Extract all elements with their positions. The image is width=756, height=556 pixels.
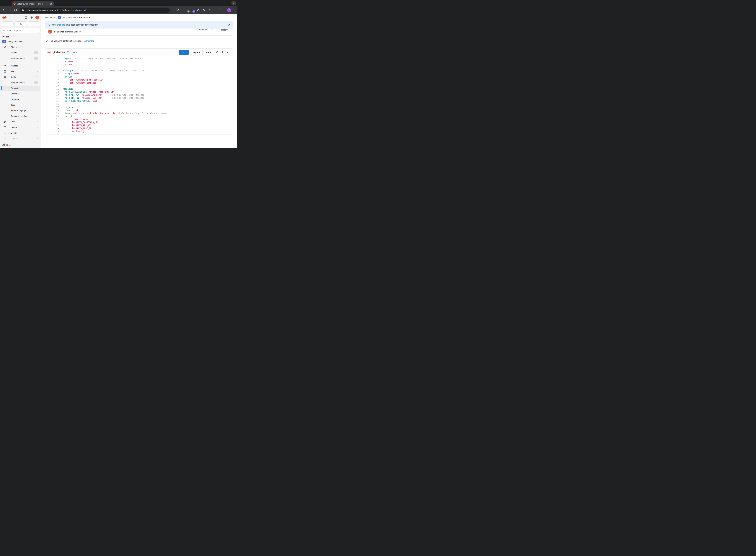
sidebar-help[interactable]: Help <box>0 142 41 148</box>
sidebar-item-repository[interactable]: Repository <box>1 86 40 91</box>
sidebar-toggle-icon[interactable] <box>25 16 27 19</box>
ublock-extension-icon[interactable]: 5 <box>186 8 189 12</box>
line-number[interactable]: 4 <box>45 66 61 69</box>
line-number[interactable]: 16 <box>45 103 61 106</box>
sidebar-item-code[interactable]: Code <box>1 74 40 79</box>
sidebar-item-merge-requests[interactable]: Merge requests0 <box>1 56 40 61</box>
line-number[interactable]: 8 <box>45 78 61 81</box>
code-icon <box>4 76 6 78</box>
line-number[interactable]: 18 <box>45 109 61 112</box>
create-new-icon[interactable] <box>30 16 33 19</box>
reload-button[interactable] <box>14 8 17 12</box>
camera-extension-icon[interactable] <box>197 8 200 12</box>
replace-button[interactable]: Replace <box>190 50 202 55</box>
copy-contents-button[interactable] <box>215 50 220 55</box>
sidebar-item-compare-revisions[interactable]: Compare revisions <box>1 114 40 118</box>
browser-tab[interactable]: .gitlab-ci.yml · master · Fenil S <box>12 1 54 6</box>
back-button[interactable] <box>2 8 5 12</box>
sidebar-item-deploy[interactable]: Deploy <box>1 130 40 135</box>
browser-profile-avatar[interactable]: F <box>227 8 231 12</box>
sidebar-item-manage[interactable]: Manage <box>1 63 40 68</box>
line-number[interactable]: 10 <box>45 84 61 88</box>
open-raw-button[interactable] <box>220 50 225 55</box>
code-line-content: - test <box>61 63 233 66</box>
bottle-extension-icon[interactable] <box>219 8 222 12</box>
sidebar-item-commits[interactable]: Commits <box>1 97 40 102</box>
gitlab-logo[interactable] <box>2 15 6 20</box>
line-number[interactable]: 17 <box>45 106 61 109</box>
todo-shortcut-button[interactable] <box>28 22 40 27</box>
search-input[interactable]: Search or go to... <box>1 28 40 33</box>
active-indicator <box>1 86 2 90</box>
line-number[interactable]: 13 <box>45 94 61 97</box>
line-number[interactable]: 14 <box>45 97 61 100</box>
line-number[interactable]: 23 <box>45 124 61 127</box>
breadcrumb: Fenil Shah / M manyverse test / Reposito… <box>45 14 233 21</box>
sidebar-item-plan[interactable]: Plan <box>1 69 40 74</box>
history-button[interactable]: History <box>221 29 228 31</box>
download-button[interactable] <box>225 50 230 55</box>
tab-search-button[interactable] <box>231 1 236 5</box>
browser-menu-icon[interactable] <box>233 9 235 12</box>
sidebar-item-tags[interactable]: Tags <box>1 102 40 107</box>
learn-more-link[interactable]: Learn more <box>84 40 94 42</box>
delete-button[interactable]: Delete <box>202 50 213 55</box>
extension-icon-purple[interactable]: 21 <box>191 8 194 12</box>
copy-file-path-icon[interactable] <box>67 51 69 54</box>
commit-author-avatar[interactable] <box>48 30 52 34</box>
site-settings-icon[interactable] <box>22 9 24 11</box>
circle-extension-icon[interactable] <box>213 8 217 12</box>
code-line: 10 <box>45 84 233 88</box>
sidebar-item-pinned[interactable]: Pinned <box>1 44 40 49</box>
line-number[interactable]: 22 <box>45 121 61 124</box>
breadcrumb-user[interactable]: Fenil Shah <box>45 16 55 19</box>
todo-icon <box>33 23 35 25</box>
sidebar-item-label: Merge requests <box>11 81 25 84</box>
bookmark-star-icon[interactable] <box>177 9 180 12</box>
sidebar-item-issues[interactable]: Issues0 <box>1 50 40 55</box>
hand-extension-icon[interactable] <box>202 8 206 12</box>
sidebar-item-build[interactable]: Build <box>1 119 40 124</box>
line-number[interactable]: 11 <box>45 88 61 91</box>
sidebar-item-merge-requests[interactable]: Merge requests0 <box>1 80 40 85</box>
sidebar-item-branches[interactable]: Branches <box>1 91 40 96</box>
line-number[interactable]: 2 <box>45 60 61 63</box>
forward-button[interactable] <box>8 8 11 12</box>
banner-close-icon[interactable] <box>228 24 230 26</box>
line-number[interactable]: 19 <box>45 112 61 115</box>
line-number[interactable]: 7 <box>45 75 61 78</box>
edit-button[interactable]: Edit <box>178 50 189 55</box>
changes-link[interactable]: changes <box>57 24 65 26</box>
line-number[interactable]: 24 <box>45 127 61 130</box>
code-line: 22 - echo $AKTO_DASHBOARD_URL <box>45 121 233 124</box>
line-number[interactable]: 15 <box>45 100 61 103</box>
breadcrumb-project[interactable]: manyverse test <box>62 16 76 19</box>
line-number[interactable]: 3 <box>45 63 61 66</box>
line-number[interactable]: 6 <box>45 72 61 75</box>
calendar-icon <box>4 70 6 73</box>
new-tab-button[interactable]: + <box>52 1 56 5</box>
commit-author[interactable]: Fenil Shah <box>54 31 64 33</box>
address-bar[interactable]: gitlab.com/notlazykid/manyverse-test/-/b… <box>20 7 170 13</box>
line-number[interactable]: 9 <box>45 81 61 84</box>
line-number[interactable]: 1 <box>45 57 61 60</box>
merge-requests-shortcut-button[interactable] <box>14 22 27 27</box>
sidebar-item-label: Compare revisions <box>11 115 28 117</box>
code-line-content: test_scan: <box>61 106 233 109</box>
line-number[interactable]: 5 <box>45 69 61 72</box>
line-number[interactable]: 21 <box>45 118 61 121</box>
issues-shortcut-button[interactable] <box>1 22 13 27</box>
user-avatar[interactable] <box>35 15 39 20</box>
copy-icon <box>211 28 213 31</box>
chevron-right-icon <box>36 121 38 123</box>
sidebar-item-operate[interactable]: Operate <box>1 136 40 141</box>
sidebar-item-repository-graph[interactable]: Repository graph <box>1 108 40 113</box>
install-app-icon[interactable] <box>171 9 174 12</box>
code-line-content: build-job: # This job runs in the build … <box>61 69 233 72</box>
fq-extension-icon[interactable]: f? <box>208 8 211 12</box>
line-number[interactable]: 20 <box>45 115 61 118</box>
sidebar-item-secure[interactable]: Secure <box>1 125 40 130</box>
sidebar-project-item[interactable]: M manyverse test <box>0 39 41 44</box>
line-number[interactable]: 12 <box>45 91 61 94</box>
line-number[interactable]: 25 <box>45 130 61 133</box>
